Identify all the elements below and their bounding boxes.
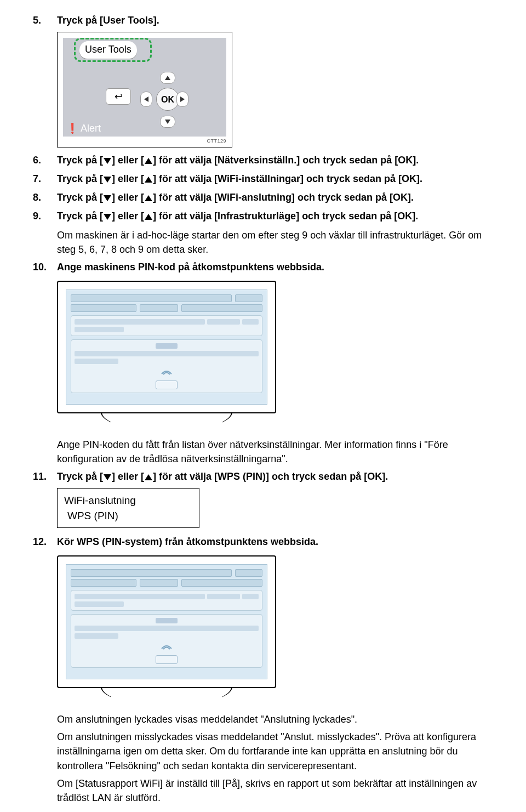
- step-9-note: Om maskinen är i ad-hoc-läge startar den…: [57, 228, 493, 257]
- down-arrow-icon: [104, 177, 111, 183]
- step-8: 8. Tryck på [] eller [] för att välja [W…: [33, 190, 493, 205]
- step-number: 11.: [33, 469, 57, 484]
- dpad-right: [176, 92, 188, 107]
- user-tools-button: User Tools: [79, 41, 137, 59]
- step-text: Ange maskinens PIN-kod på åtkomstpunkten…: [57, 260, 493, 274]
- step-10: 10. Ange maskinens PIN-kod på åtkomstpun…: [33, 260, 493, 274]
- wifi-icon: [161, 367, 173, 376]
- up-arrow-icon: [145, 474, 152, 480]
- step-text: Tryck på [] eller [] för att välja [WiFi…: [57, 190, 493, 205]
- lcd-display: WiFi-anslutning WPS (PIN): [57, 488, 199, 528]
- step-11: 11. Tryck på [] eller [] för att välja […: [33, 469, 493, 484]
- up-arrow-icon: [145, 177, 152, 183]
- step-number: 9.: [33, 209, 57, 223]
- step-12-note-a: Om anslutningen lyckades visas meddeland…: [57, 712, 493, 726]
- monitor-screen: [66, 289, 267, 405]
- down-arrow-icon: [104, 214, 111, 220]
- monitor-base: [101, 687, 232, 703]
- dpad-down: [160, 116, 175, 128]
- step-text: Tryck på [] eller [] för att välja [Nätv…: [57, 153, 493, 167]
- alert-icon: ❗: [66, 121, 78, 135]
- monitor-frame: [57, 555, 276, 688]
- dpad: OK: [137, 69, 197, 129]
- step-number: 7.: [33, 172, 57, 186]
- lcd-line-2: WPS (PIN): [64, 508, 192, 524]
- step-10-note: Ange PIN-koden du fått från listan över …: [57, 438, 493, 466]
- step-5: 5. Tryck på [User Tools].: [33, 13, 493, 27]
- ok-button: OK: [156, 88, 179, 111]
- back-button: ↩: [106, 88, 131, 105]
- step-12: 12. Kör WPS (PIN-system) från åtkomstpun…: [33, 535, 493, 549]
- up-arrow-icon: [145, 214, 152, 220]
- step-number: 12.: [33, 535, 57, 549]
- step-text: Tryck på [] eller [] för att välja [WiFi…: [57, 172, 493, 186]
- step-text: Tryck på [] eller [] för att välja [WPS …: [57, 469, 493, 484]
- down-arrow-icon: [104, 474, 111, 480]
- monitor-frame: [57, 281, 276, 413]
- step-number: 5.: [33, 13, 57, 27]
- down-arrow-icon: [104, 158, 111, 164]
- step-text: Tryck på [] eller [] för att välja [Infr…: [57, 209, 493, 223]
- lcd-line-1: WiFi-anslutning: [64, 493, 192, 508]
- panel-inner: User Tools ↩ OK ❗ Alert: [63, 38, 226, 137]
- monitor-illustration-1: [57, 281, 276, 430]
- step-6: 6. Tryck på [] eller [] för att välja [N…: [33, 153, 493, 167]
- wifi-icon: [161, 642, 173, 651]
- down-arrow-icon: [104, 195, 111, 201]
- step-9: 9. Tryck på [] eller [] för att välja [I…: [33, 209, 493, 223]
- step-number: 6.: [33, 153, 57, 167]
- step-12-note-b: Om anslutningen misslyckades visas medde…: [57, 730, 493, 773]
- step-number: 8.: [33, 190, 57, 205]
- monitor-illustration-2: [57, 555, 276, 705]
- dpad-up: [160, 72, 175, 84]
- monitor-base: [101, 412, 232, 429]
- step-number: 10.: [33, 260, 57, 274]
- dpad-left: [140, 92, 152, 107]
- step-text: Tryck på [User Tools].: [57, 13, 493, 27]
- alert-label: ❗ Alert: [66, 121, 101, 135]
- device-panel-illustration: User Tools ↩ OK ❗ Alert CTT129: [57, 32, 232, 147]
- image-code: CTT129: [63, 138, 226, 145]
- up-arrow-icon: [145, 195, 152, 201]
- step-text: Kör WPS (PIN-system) från åtkomstpunkten…: [57, 535, 493, 549]
- step-12-note-c: Om [Statusrapport WiFi] är inställd till…: [57, 776, 493, 805]
- up-arrow-icon: [145, 158, 152, 164]
- step-7: 7. Tryck på [] eller [] för att välja [W…: [33, 172, 493, 186]
- monitor-screen: [66, 564, 267, 679]
